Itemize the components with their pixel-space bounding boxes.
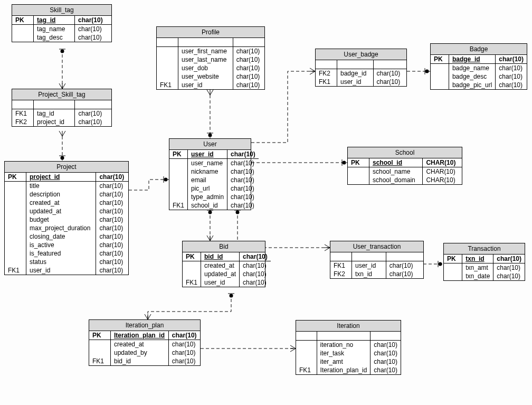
entity-skill-tag: Skill_tag PK tag_id char(10) tag_namecha…: [12, 4, 112, 42]
entity-title: Bid: [183, 241, 265, 252]
entity-title: User: [169, 139, 251, 150]
entity-user: User PK user_id char(10) user_namechar(1…: [169, 138, 251, 210]
entity-project-skill-tag: Project_Skill_tag FK1tag_idchar(10) FK2p…: [12, 89, 112, 127]
entity-transaction: Transaction PK txn_id char(10) txn_amtch…: [443, 243, 525, 281]
entity-iteration-plan: Iteration_plan PK Iteration_plan_id char…: [89, 319, 201, 366]
entity-user-badge: User_badge FK2badge_idchar(10) FK1user_i…: [315, 49, 407, 87]
entity-user-transaction: User_transaction FK1user_idchar(10) FK2t…: [330, 241, 424, 279]
entity-title: User_transaction: [330, 241, 423, 252]
entity-title: School: [348, 147, 462, 158]
entity-title: Project_Skill_tag: [12, 89, 111, 100]
entity-title: Badge: [431, 44, 527, 55]
entity-title: User_badge: [316, 49, 406, 60]
entity-title: Profile: [157, 27, 264, 38]
entity-bid: Bid PK bid_id char(10) created_atchar(10…: [182, 241, 265, 287]
entity-badge: Badge PK badge_id char(10) badge_namecha…: [430, 43, 527, 90]
entity-title: Transaction: [444, 243, 525, 255]
entity-title: Iteration_plan: [89, 320, 200, 331]
entity-title: Project: [5, 162, 128, 173]
entity-title: Iteration: [296, 321, 401, 332]
entity-iteration: Iteration iteration_nochar(10) iter_task…: [296, 320, 401, 375]
entity-profile: Profile user_first_namechar(10) user_las…: [156, 26, 265, 90]
entity-school: School PK school_id CHAR(10) school_name…: [347, 147, 462, 185]
entity-project: Project PK project_id char(10) titlechar…: [4, 161, 129, 275]
entity-title: Skill_tag: [12, 5, 111, 16]
